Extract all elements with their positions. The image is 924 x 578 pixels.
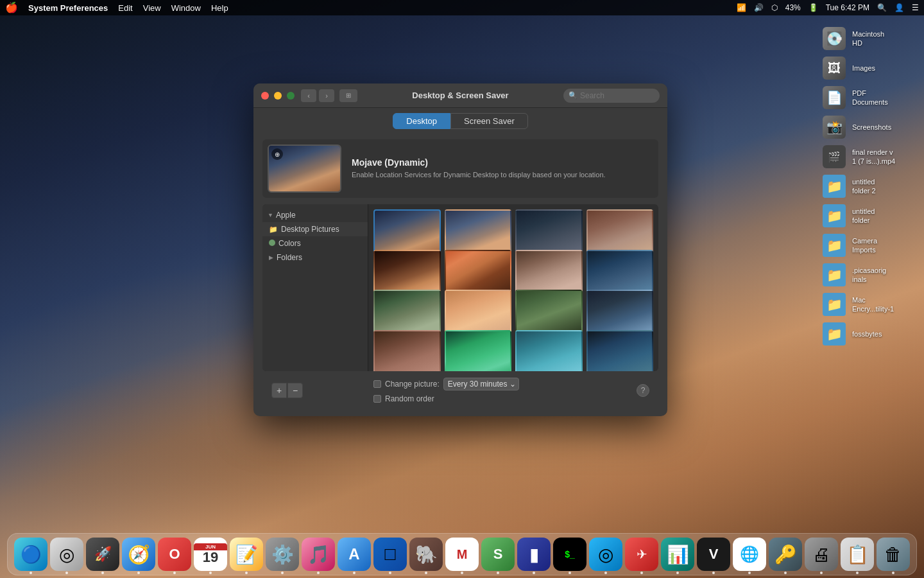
dock-intellij[interactable]: ▮ — [517, 538, 551, 571]
tree-group-apple[interactable]: ▼ Apple — [262, 208, 368, 222]
dock-itunes[interactable]: 🎵 — [302, 538, 335, 571]
sidebar-label-macenc: MacEncry...tility-1 — [852, 295, 894, 314]
wallpaper-14[interactable] — [445, 330, 512, 372]
sidebar-item-images[interactable]: 🖼 Images — [820, 55, 919, 81]
dock-notes[interactable]: 📝 — [230, 538, 263, 571]
sidebar-item-fossbytes[interactable]: 📁 fossbytes — [820, 321, 919, 347]
dock-chrome[interactable]: 🌐 — [733, 538, 766, 571]
sidebar-item-final-render[interactable]: 🎬 final render v1 (7 is...).mp4 — [820, 144, 919, 170]
dock: 🔵 ◎ 🚀 🧭 O JUN 19 📝 ⚙️ 🎵 A □ 🐘 M S ▮ $_ ◎… — [7, 533, 917, 575]
forward-button[interactable]: › — [319, 89, 334, 102]
sidebar-item-macenc[interactable]: 📁 MacEncry...tility-1 — [820, 292, 919, 317]
dock-launchpad[interactable]: 🚀 — [86, 538, 119, 571]
chevron-down-icon: ▼ — [268, 212, 273, 218]
dock-siri[interactable]: ◎ — [50, 538, 83, 571]
dock-opera[interactable]: O — [158, 538, 191, 571]
dock-terminal[interactable]: $_ — [553, 538, 586, 571]
tree-group-apple-label: Apple — [276, 211, 296, 220]
images-icon: 🖼 — [823, 57, 846, 80]
wallpaper-15[interactable] — [515, 330, 583, 372]
sidebar-item-macintosh-hd[interactable]: 💽 MacintoshHD — [820, 26, 919, 51]
sidebar-item-pdf[interactable]: 📄 PDFDocuments — [820, 85, 919, 110]
wallpaper-16[interactable] — [586, 330, 654, 372]
dropdown-chevron-icon: ⌄ — [509, 380, 516, 389]
menu-edit[interactable]: Edit — [118, 3, 132, 13]
dock-browser2[interactable]: ◎ — [589, 538, 622, 571]
maximize-button[interactable] — [287, 92, 295, 100]
tab-bar: Desktop Screen Saver — [253, 108, 667, 133]
menu-window[interactable]: Window — [171, 3, 201, 13]
wallpaper-13[interactable] — [373, 330, 441, 372]
dock-sheets[interactable]: S — [481, 538, 515, 571]
remove-button[interactable]: − — [287, 383, 303, 398]
sidebar-label-untitled-folder: untitledfolder — [852, 207, 875, 225]
foss-icon: 📁 — [823, 322, 846, 346]
sidebar-label-final-render: final render v1 (7 is...).mp4 — [852, 148, 895, 166]
random-order-label: Random order — [385, 394, 434, 403]
tab-desktop[interactable]: Desktop — [393, 113, 450, 129]
dock-systemprefs[interactable]: ⚙️ — [266, 538, 299, 571]
add-button[interactable]: + — [271, 383, 287, 398]
dock-tableplus[interactable]: 🐘 — [409, 538, 443, 571]
change-picture-label: Change picture: — [385, 380, 440, 389]
sidebar-item-untitled-folder[interactable]: 📁 untitledfolder — [820, 203, 919, 229]
list-icon[interactable]: ☰ — [912, 3, 919, 12]
help-button[interactable]: ? — [637, 384, 649, 397]
menu-help[interactable]: Help — [211, 3, 228, 13]
grid-button[interactable]: ⊞ — [339, 89, 357, 102]
tab-screensaver[interactable]: Screen Saver — [450, 113, 528, 129]
sidebar-label-images: Images — [852, 64, 875, 73]
minimize-button[interactable] — [274, 92, 282, 100]
sidebar-label-picasa: .picasaoriginals — [852, 266, 886, 285]
apple-menu[interactable]: 🍎 — [5, 3, 18, 13]
sidebar-item-screenshots[interactable]: 📸 Screenshots — [820, 114, 919, 140]
content-area: ▼ Apple 📁 Desktop Pictures Colors ▶ Fold… — [262, 204, 658, 371]
search-icon: 🔍 — [569, 91, 578, 100]
dock-trash[interactable]: 🗑 — [877, 538, 910, 571]
change-picture-checkbox[interactable] — [373, 380, 381, 388]
random-order-checkbox[interactable] — [373, 395, 381, 403]
dock-direct[interactable]: ✈ — [625, 538, 658, 571]
search-input[interactable] — [580, 91, 654, 100]
random-order-row: Random order — [373, 394, 519, 403]
dock-finder[interactable]: 🔵 — [14, 538, 47, 571]
dock-printer[interactable]: 🖨 — [805, 538, 838, 571]
dock-keychain[interactable]: 🔑 — [769, 538, 802, 571]
sidebar-label-fossbytes: fossbytes — [852, 329, 882, 338]
menubar: 🍎 System Preferences Edit View Window He… — [0, 0, 924, 15]
interval-dropdown[interactable]: Every 30 minutes ⌄ — [443, 378, 520, 390]
tree-item-colors[interactable]: Colors — [262, 236, 368, 250]
search-box[interactable]: 🔍 — [563, 89, 660, 103]
dock-files[interactable]: 📋 — [841, 538, 874, 571]
menu-view[interactable]: View — [143, 3, 161, 13]
colors-dot-icon — [269, 239, 275, 248]
pdf-icon: 📄 — [823, 86, 846, 109]
sidebar-item-untitled-folder-2[interactable]: 📁 untitledfolder 2 — [820, 173, 919, 199]
dock-virtualbox[interactable]: □ — [373, 538, 407, 571]
tree-item-folders-label: Folders — [277, 253, 302, 262]
bottom-controls: + − Change picture: Every 30 minutes ⌄ R… — [262, 371, 658, 410]
menubar-right: 📶 🔊 ⬡ 43% 🔋 Tue 6:42 PM 🔍 👤 ☰ — [737, 3, 919, 12]
back-button[interactable]: ‹ — [301, 89, 316, 102]
clock: Tue 6:42 PM — [826, 3, 869, 12]
app-name[interactable]: System Preferences — [28, 3, 108, 13]
bluetooth-icon: ⬡ — [771, 3, 778, 12]
dock-vectra[interactable]: V — [697, 538, 730, 571]
user-icon[interactable]: 👤 — [894, 3, 904, 12]
dock-appstore[interactable]: A — [338, 538, 371, 571]
folder-icon: 📁 — [823, 204, 846, 227]
sidebar-item-camera-imports[interactable]: 📁 CameraImports — [820, 232, 919, 258]
search-icon[interactable]: 🔍 — [877, 3, 887, 12]
dock-calendar[interactable]: JUN 19 — [194, 538, 227, 571]
dock-safari[interactable]: 🧭 — [122, 538, 155, 571]
dock-monitor[interactable]: 📊 — [661, 538, 694, 571]
wifi-icon: 📶 — [737, 3, 746, 12]
window-body: ⊕ Mojave (Dynamic) Enable Location Servi… — [253, 133, 667, 416]
close-button[interactable] — [261, 92, 269, 100]
tree-item-desktop-pictures[interactable]: 📁 Desktop Pictures — [262, 222, 368, 236]
sidebar-label-macintosh-hd: MacintoshHD — [852, 30, 884, 48]
sidebar-label-screenshots: Screenshots — [852, 123, 891, 132]
dock-gmail[interactable]: M — [445, 538, 479, 571]
tree-item-folders[interactable]: ▶ Folders — [262, 250, 368, 265]
sidebar-item-picasa[interactable]: 📁 .picasaoriginals — [820, 262, 919, 288]
